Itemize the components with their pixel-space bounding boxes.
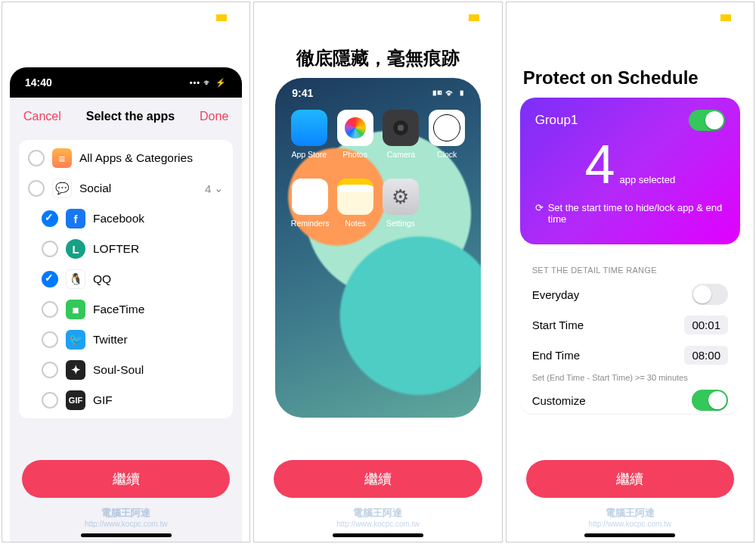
- panel-select-apps: 14:40 ••• ᯤ ⚡ Cancel Select the apps Don…: [2, 2, 250, 542]
- category-row-all[interactable]: ≡ All Apps & Categories: [19, 143, 233, 173]
- app-icon-appstore: [291, 110, 327, 146]
- app-label: Settings: [378, 219, 423, 228]
- homescreen-app[interactable]: App Store: [287, 110, 330, 159]
- home-indicator[interactable]: [584, 533, 675, 537]
- homescreen-app[interactable]: Photos: [333, 110, 376, 159]
- done-button[interactable]: Done: [200, 110, 228, 123]
- sheet-nav: Cancel Select the apps Done: [10, 102, 242, 134]
- chevron-down-icon: ⌄: [214, 182, 224, 195]
- app-label: LOFTER: [93, 242, 139, 256]
- app-label: FaceTime: [93, 303, 144, 316]
- everyday-toggle[interactable]: [692, 284, 728, 305]
- homescreen-row: RemindersNotesSettings: [275, 159, 480, 228]
- checkbox-icon[interactable]: [42, 392, 58, 409]
- customize-toggle[interactable]: [692, 390, 728, 411]
- category-label: Social: [79, 182, 111, 195]
- homescreen-app[interactable]: Notes: [333, 179, 378, 228]
- category-label: All Apps & Categories: [79, 151, 193, 165]
- clock-icon: ⟳: [535, 202, 544, 213]
- app-row[interactable]: 🐧QQ: [19, 264, 233, 294]
- checkbox-icon[interactable]: [42, 241, 58, 257]
- app-row[interactable]: ■FaceTime: [19, 294, 233, 325]
- app-row[interactable]: fFacebook: [19, 204, 233, 234]
- radio-icon[interactable]: [28, 150, 45, 166]
- homescreen-app[interactable]: Settings: [378, 179, 423, 228]
- category-row-social[interactable]: 💬 Social 4 ⌄: [19, 173, 233, 204]
- app-icon-lofter: L: [66, 239, 85, 259]
- row-everyday[interactable]: Everyday: [532, 279, 728, 309]
- watermark: 電腦王阿達http://www.kocpc.com.tw: [507, 506, 754, 528]
- app-row[interactable]: LLOFTER: [19, 234, 233, 264]
- homescreen-app[interactable]: Clock: [426, 110, 469, 159]
- page-title: Protect on Schedule: [523, 67, 737, 89]
- sheet-title: Select the apps: [86, 110, 175, 123]
- app-icon-notes: [337, 179, 373, 215]
- row-label: Start Time: [532, 319, 584, 331]
- app-count-label: app selected: [619, 174, 675, 185]
- status-time: 14:40: [25, 76, 52, 89]
- recording-indicator-icon: [720, 14, 731, 21]
- category-count: 4 ⌄: [205, 182, 224, 195]
- app-icon-facetime: ■: [66, 300, 85, 319]
- home-indicator[interactable]: [81, 533, 172, 537]
- homescreen-app[interactable]: Camera: [380, 110, 423, 159]
- app-label: QQ: [93, 272, 111, 286]
- row-end-time[interactable]: End Time 08:00: [532, 340, 728, 370]
- card-hint: ⟳ Set the start time to hide/lock app & …: [535, 202, 725, 225]
- end-time-value[interactable]: 08:00: [684, 346, 728, 365]
- status-time: 9:41: [292, 87, 313, 99]
- row-label: Customize: [532, 394, 586, 407]
- continue-button[interactable]: 繼續: [526, 460, 734, 498]
- app-label: Reminders: [287, 219, 333, 228]
- cancel-button[interactable]: Cancel: [23, 110, 61, 123]
- app-icon-camera: [383, 110, 419, 146]
- panel-hide-preview: 徹底隱藏，毫無痕跡 9:41 ▮◧ ᯤ ▮ App StorePhotosCam…: [253, 2, 502, 542]
- checkbox-icon[interactable]: [42, 331, 58, 348]
- status-bar: 14:40 ••• ᯤ ⚡: [10, 67, 242, 98]
- row-label: Everyday: [532, 288, 580, 301]
- all-categories-icon: ≡: [52, 148, 72, 168]
- group-name: Group1: [535, 113, 578, 128]
- app-label: GIF: [93, 393, 113, 407]
- homescreen-row: App StorePhotosCameraClock: [275, 99, 480, 159]
- group-card[interactable]: Group1 4 app selected ⟳ Set the start ti…: [520, 98, 740, 244]
- row-label: End Time: [532, 349, 580, 362]
- checkbox-icon[interactable]: [42, 210, 58, 227]
- app-row[interactable]: GIFGIF: [19, 385, 233, 415]
- status-icons: ••• ᯤ ⚡: [190, 78, 228, 88]
- panel-protect-schedule: Protect on Schedule Group1 4 app selecte…: [506, 2, 754, 542]
- app-label: Soul-Soul: [93, 363, 144, 377]
- checkbox-icon[interactable]: [42, 301, 58, 318]
- group-toggle[interactable]: [689, 110, 725, 131]
- home-indicator[interactable]: [333, 533, 423, 537]
- row-customize[interactable]: Customize: [532, 390, 728, 411]
- app-icon-twitter: 🐦: [66, 330, 85, 350]
- app-icon-qq: 🐧: [66, 269, 85, 289]
- app-row[interactable]: ✦Soul-Soul: [19, 355, 233, 385]
- app-label: Photos: [333, 150, 376, 159]
- schedule-hint: Set (End Time - Start Time) >= 30 minute…: [532, 370, 728, 390]
- checkbox-icon[interactable]: [42, 362, 58, 378]
- app-icon-reminders: [292, 179, 328, 215]
- social-category-icon: 💬: [52, 179, 72, 198]
- schedule-header: SET THE DETAIL TIME RANGE: [532, 266, 728, 275]
- checkbox-icon[interactable]: [42, 271, 58, 288]
- app-label: Twitter: [93, 333, 128, 347]
- continue-button[interactable]: 繼續: [22, 460, 230, 498]
- watermark: 電腦王阿達http://www.kocpc.com.tw: [254, 506, 501, 528]
- radio-icon[interactable]: [28, 180, 45, 197]
- recording-indicator-icon: [469, 14, 479, 21]
- row-start-time[interactable]: Start Time 00:01: [532, 309, 728, 340]
- app-list-card: ≡ All Apps & Categories 💬 Social 4 ⌄ fFa…: [19, 140, 233, 418]
- continue-button[interactable]: 繼續: [274, 460, 482, 498]
- app-label: Clock: [426, 150, 469, 159]
- app-row[interactable]: 🐦Twitter: [19, 325, 233, 355]
- app-icon-photos: [337, 110, 373, 146]
- schedule-card: SET THE DETAIL TIME RANGE Everyday Start…: [520, 256, 740, 414]
- start-time-value[interactable]: 00:01: [684, 316, 728, 334]
- homescreen-app[interactable]: Reminders: [287, 179, 333, 228]
- app-icon-soul: ✦: [66, 360, 85, 380]
- app-label: Camera: [380, 150, 423, 159]
- app-count: 4: [584, 137, 615, 191]
- app-icon-fb: f: [66, 209, 85, 228]
